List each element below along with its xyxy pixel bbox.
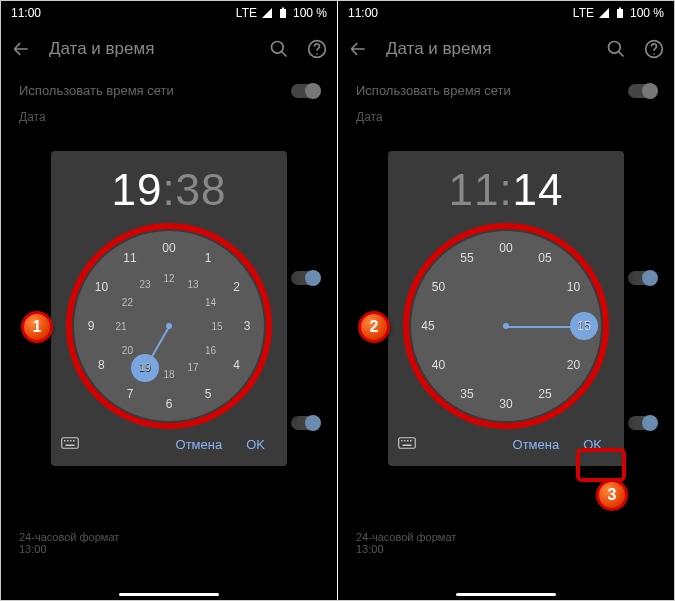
cancel-button[interactable]: Отмена (501, 431, 572, 458)
digital-time: 19:38 (51, 151, 287, 225)
dialog-actions: Отмена OK (388, 425, 624, 460)
ok-button[interactable]: OK (571, 431, 614, 458)
battery-pct: 100 % (630, 6, 664, 20)
minute-value[interactable]: 14 (513, 165, 564, 214)
keyboard-icon[interactable] (61, 436, 79, 454)
inner-hour-num[interactable]: 18 (157, 362, 181, 386)
cancel-button[interactable]: Отмена (164, 431, 235, 458)
clock-face-wrap[interactable]: 15 000510152025303540455055 (411, 231, 601, 421)
clock-num[interactable]: 8 (89, 353, 113, 377)
minute-value[interactable]: 38 (176, 165, 227, 214)
svg-rect-21 (403, 444, 412, 446)
hour-value[interactable]: 19 (111, 165, 162, 214)
phone-right: 11:00 LTE 100 % Дата и время Использоват… (338, 1, 674, 600)
battery-icon (614, 7, 626, 19)
row-net-time[interactable]: Использовать время сети (338, 73, 674, 108)
lte-label: LTE (573, 6, 594, 20)
clock-num[interactable]: 05 (533, 246, 557, 270)
svg-rect-12 (619, 8, 621, 10)
clock-num[interactable]: 10 (89, 275, 113, 299)
svg-rect-10 (66, 444, 75, 446)
clock-num[interactable]: 9 (79, 314, 103, 338)
status-right: LTE 100 % (236, 6, 327, 20)
phone-left: 11:00 LTE 100 % Дата и время Использоват… (1, 1, 337, 600)
svg-rect-0 (280, 9, 286, 18)
clock-num[interactable]: 00 (157, 236, 181, 260)
dialog-actions: Отмена OK (51, 425, 287, 460)
inner-hour-num[interactable]: 21 (109, 314, 133, 338)
clock-num[interactable]: 11 (118, 246, 142, 270)
clock-num[interactable]: 3 (235, 314, 259, 338)
clock-num[interactable]: 45 (416, 314, 440, 338)
lte-label: LTE (236, 6, 257, 20)
status-time: 11:00 (348, 6, 378, 20)
clock-num[interactable]: 55 (455, 246, 479, 270)
status-time: 11:00 (11, 6, 41, 20)
app-bar: Дата и время (338, 25, 674, 73)
search-icon[interactable] (606, 39, 626, 59)
clock-num[interactable]: 50 (426, 275, 450, 299)
toggle-bg-2 (628, 416, 656, 430)
clock-num[interactable]: 2 (225, 275, 249, 299)
inner-hour-num[interactable]: 15 (205, 314, 229, 338)
clock-num[interactable]: 10 (562, 275, 586, 299)
back-icon[interactable] (348, 39, 368, 59)
svg-rect-5 (62, 437, 79, 448)
page-title: Дата и время (49, 39, 251, 59)
help-icon[interactable] (644, 39, 664, 59)
clock-num[interactable]: 5 (196, 382, 220, 406)
clock-num[interactable]: 6 (157, 392, 181, 416)
time-picker-dialog: 19:38 19 0012345678910111213141516171819… (51, 151, 287, 466)
svg-rect-1 (282, 8, 284, 10)
row-date-label: Дата (1, 108, 337, 126)
toggle-bg-2 (291, 416, 319, 430)
digital-time: 11:14 (388, 151, 624, 225)
status-bar: 11:00 LTE 100 % (1, 1, 337, 25)
clock-num[interactable]: 1 (196, 246, 220, 270)
toggle-net-time[interactable] (628, 84, 656, 98)
inner-hour-num[interactable]: 23 (133, 272, 157, 296)
signal-icon (261, 7, 273, 19)
svg-rect-17 (401, 440, 403, 442)
inner-hour-num[interactable]: 12 (157, 266, 181, 290)
svg-rect-7 (67, 440, 69, 442)
row-net-time[interactable]: Использовать время сети (1, 73, 337, 108)
nav-gesture-bar[interactable] (119, 593, 219, 596)
nav-gesture-bar[interactable] (456, 593, 556, 596)
clock-num[interactable]: 00 (494, 236, 518, 260)
inner-hour-num[interactable]: 17 (181, 356, 205, 380)
keyboard-icon[interactable] (398, 436, 416, 454)
row-net-time-label: Использовать время сети (356, 83, 511, 98)
clock-num[interactable]: 20 (562, 353, 586, 377)
svg-rect-8 (70, 440, 72, 442)
status-right: LTE 100 % (573, 6, 664, 20)
svg-rect-20 (410, 440, 412, 442)
annotation-badge-3: 3 (596, 479, 628, 511)
search-icon[interactable] (269, 39, 289, 59)
time-picker-dialog: 11:14 15 000510152025303540455055 Отмена… (388, 151, 624, 466)
toggle-net-time[interactable] (291, 84, 319, 98)
svg-rect-18 (404, 440, 406, 442)
svg-rect-9 (73, 440, 75, 442)
clock-num[interactable]: 35 (455, 382, 479, 406)
hour-value[interactable]: 11 (448, 165, 499, 214)
svg-rect-6 (64, 440, 66, 442)
clock-num[interactable]: 30 (494, 392, 518, 416)
svg-rect-16 (399, 437, 416, 448)
clock-hub (166, 323, 172, 329)
clock-num[interactable]: 25 (533, 382, 557, 406)
clock-face-wrap[interactable]: 19 0012345678910111213141516171819202122… (74, 231, 264, 421)
battery-icon (277, 7, 289, 19)
inner-hour-num[interactable]: 14 (199, 290, 223, 314)
toggle-bg-1 (291, 271, 319, 285)
row-net-time-label: Использовать время сети (19, 83, 174, 98)
clock-num[interactable]: 4 (225, 353, 249, 377)
back-icon[interactable] (11, 39, 31, 59)
clock-num[interactable]: 40 (426, 353, 450, 377)
clock-num[interactable]: 15 (572, 314, 596, 338)
help-icon[interactable] (307, 39, 327, 59)
ok-button[interactable]: OK (234, 431, 277, 458)
inner-hour-num[interactable]: 20 (115, 338, 139, 362)
toggle-bg-1 (628, 271, 656, 285)
clock-num[interactable]: 7 (118, 382, 142, 406)
